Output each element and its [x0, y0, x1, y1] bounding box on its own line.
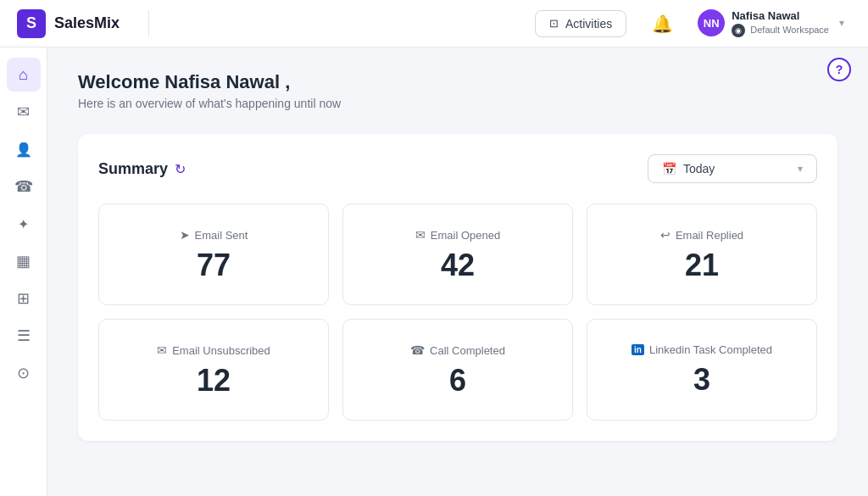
- welcome-title: Welcome Nafisa Nawal ,: [78, 71, 837, 93]
- stat-value-call-completed: 6: [449, 365, 466, 396]
- welcome-section: Welcome Nafisa Nawal , Here is an overvi…: [78, 71, 837, 110]
- header-divider: [148, 10, 149, 37]
- user-info: Nafisa Nawal ◉ Default Workspace: [732, 9, 829, 37]
- email-sent-icon: ➤: [180, 228, 190, 242]
- sidebar-item-home[interactable]: ⌂: [7, 58, 41, 92]
- workspace-icon: ◉: [732, 24, 745, 37]
- table-icon: ▦: [16, 252, 31, 270]
- stat-value-linkedin-task: 3: [693, 365, 710, 395]
- date-chevron-icon: ▾: [798, 163, 803, 175]
- stat-label-email-unsubscribed: ✉ Email Unsubscribed: [157, 343, 270, 357]
- user-workspace: ◉ Default Workspace: [732, 24, 829, 37]
- sidebar-item-integrations[interactable]: ✦: [7, 207, 41, 241]
- stat-value-email-sent: 77: [197, 250, 231, 281]
- summary-section: Summary ↻ 📅 Today ▾ ➤ Email Sent: [78, 134, 837, 441]
- header: S SalesMix ⊡ Activities 🔔 NN Nafisa Nawa…: [0, 0, 868, 47]
- date-filter-dropdown[interactable]: 📅 Today ▾: [648, 154, 817, 183]
- email-replied-icon: ↩: [660, 228, 670, 242]
- stat-label-linkedin-task: in Linkedin Task Completed: [632, 343, 772, 356]
- notification-bell-button[interactable]: 🔔: [647, 8, 677, 39]
- tasks-icon: ☰: [17, 326, 31, 345]
- home-icon: ⌂: [19, 66, 28, 84]
- logo-area: S SalesMix: [17, 9, 120, 38]
- logo-text: SalesMix: [54, 14, 120, 32]
- stat-label-call-completed: ☎ Call Completed: [410, 343, 505, 357]
- grid-icon: ⊞: [17, 289, 30, 308]
- sidebar-item-phone[interactable]: ☎: [7, 170, 41, 203]
- puzzle-icon: ✦: [18, 216, 29, 232]
- activities-label: Activities: [565, 17, 612, 31]
- contacts-icon: 👤: [15, 142, 32, 158]
- stat-label-email-replied: ↩ Email Replied: [660, 228, 743, 242]
- logo-icon: S: [17, 9, 46, 38]
- sidebar-item-settings[interactable]: ⊙: [7, 356, 41, 390]
- avatar: NN: [698, 9, 725, 36]
- stat-card-email-sent: ➤ Email Sent 77: [98, 203, 329, 305]
- user-name: Nafisa Nawal: [732, 9, 829, 24]
- activities-button[interactable]: ⊡ Activities: [535, 10, 626, 37]
- stat-value-email-unsubscribed: 12: [197, 365, 231, 396]
- sidebar-item-mail[interactable]: ✉: [7, 95, 41, 129]
- email-unsubscribed-icon: ✉: [157, 343, 167, 357]
- linkedin-icon: in: [632, 344, 644, 355]
- email-opened-icon: ✉: [415, 228, 426, 242]
- main-content: Welcome Nafisa Nawal , Here is an overvi…: [47, 47, 868, 465]
- content-wrapper: Welcome Nafisa Nawal , Here is an overvi…: [47, 47, 868, 496]
- sidebar-item-tasks[interactable]: ☰: [7, 319, 41, 353]
- user-menu[interactable]: NN Nafisa Nawal ◉ Default Workspace ▾: [691, 6, 851, 41]
- summary-title-area: Summary ↻: [98, 160, 186, 178]
- stat-card-linkedin-task: in Linkedin Task Completed 3: [587, 319, 817, 421]
- date-filter-label: Today: [683, 162, 791, 176]
- mail-icon: ✉: [17, 103, 30, 121]
- sidebar-item-grid[interactable]: ⊞: [7, 281, 41, 315]
- stat-card-call-completed: ☎ Call Completed 6: [342, 319, 573, 421]
- call-icon: ☎: [410, 343, 425, 357]
- stat-card-email-replied: ↩ Email Replied 21: [587, 203, 817, 305]
- stat-value-email-opened: 42: [441, 250, 475, 281]
- stat-value-email-replied: 21: [685, 250, 719, 281]
- sidebar-item-table[interactable]: ▦: [7, 244, 41, 278]
- welcome-subtitle: Here is an overview of what's happening …: [78, 97, 837, 110]
- stat-card-email-unsubscribed: ✉ Email Unsubscribed 12: [98, 319, 329, 421]
- main-layout: ⌂ ✉ 👤 ☎ ✦ ▦ ⊞ ☰ ⊙ Welcome Na: [0, 47, 868, 496]
- settings-icon: ⊙: [17, 364, 30, 382]
- help-icon: ?: [836, 63, 843, 76]
- stat-label-email-sent: ➤ Email Sent: [180, 228, 248, 242]
- stats-grid: ➤ Email Sent 77 ✉ Email Opened 42: [98, 203, 817, 421]
- calendar-icon: 📅: [662, 162, 676, 176]
- phone-icon: ☎: [14, 177, 33, 196]
- stat-label-email-opened: ✉ Email Opened: [415, 228, 500, 242]
- bell-icon: 🔔: [652, 14, 673, 34]
- sidebar-item-contacts[interactable]: 👤: [7, 132, 41, 166]
- help-button[interactable]: ?: [827, 58, 851, 81]
- refresh-icon[interactable]: ↻: [175, 161, 186, 177]
- summary-header: Summary ↻ 📅 Today ▾: [98, 154, 817, 183]
- chevron-down-icon: ▾: [839, 17, 844, 29]
- sidebar: ⌂ ✉ 👤 ☎ ✦ ▦ ⊞ ☰ ⊙: [0, 47, 47, 496]
- summary-title: Summary: [98, 160, 168, 178]
- activities-icon: ⊡: [549, 17, 559, 30]
- stat-card-email-opened: ✉ Email Opened 42: [342, 203, 573, 305]
